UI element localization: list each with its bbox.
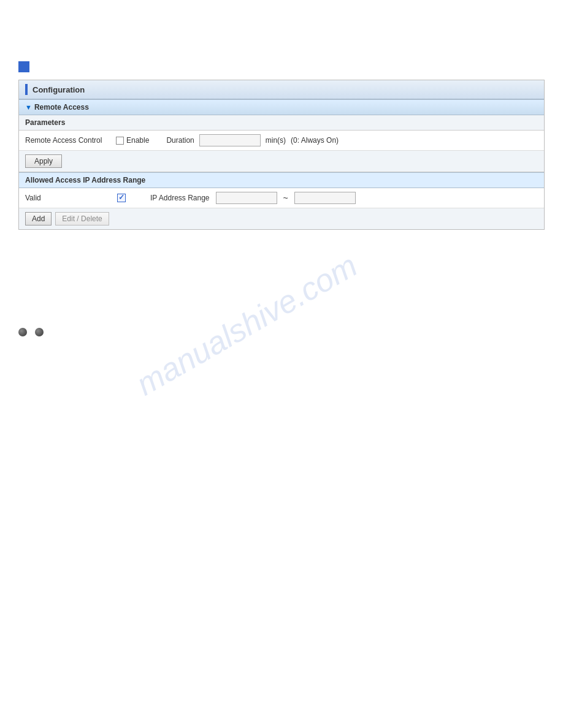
enable-label: Enable xyxy=(126,136,149,145)
enable-wrapper: Enable xyxy=(116,136,149,145)
remote-access-control-row: Remote Access Control Enable Duration mi… xyxy=(19,131,544,151)
valid-label: Valid xyxy=(25,194,111,202)
duration-label: Duration xyxy=(166,136,194,145)
duration-input[interactable] xyxy=(199,134,261,146)
bullet-icon-2 xyxy=(35,328,44,336)
bullet-icon-1 xyxy=(18,328,27,336)
valid-checkbox[interactable] xyxy=(117,194,126,202)
remote-access-section-header[interactable]: ▼ Remote Access xyxy=(19,99,544,115)
allowed-access-title: Allowed Access IP Address Range xyxy=(25,176,145,184)
remote-access-control-label: Remote Access Control xyxy=(25,136,111,145)
remote-access-section-title: Remote Access xyxy=(34,103,89,112)
allowed-access-header: Allowed Access IP Address Range xyxy=(19,172,544,188)
parameters-row: Parameters xyxy=(19,115,544,131)
ip-separator: ~ xyxy=(283,193,288,203)
ip-range-label: IP Address Range xyxy=(150,194,210,202)
always-on-label: (0: Always On) xyxy=(291,136,339,145)
apply-row: Apply xyxy=(19,151,544,172)
add-button[interactable]: Add xyxy=(25,212,52,226)
add-delete-row: Add Edit / Delete xyxy=(19,208,544,229)
config-header: Configuration xyxy=(19,80,544,99)
ip-range-row: Valid IP Address Range ~ xyxy=(19,188,544,208)
section-toggle-icon: ▼ xyxy=(25,104,32,111)
parameters-label: Parameters xyxy=(25,118,65,127)
apply-button[interactable]: Apply xyxy=(25,154,62,168)
config-header-bar xyxy=(25,84,28,95)
edit-delete-button[interactable]: Edit / Delete xyxy=(55,212,109,226)
config-panel: Configuration ▼ Remote Access Parameters… xyxy=(18,80,545,230)
watermark: manualshive.com xyxy=(130,247,363,403)
config-title: Configuration xyxy=(33,85,85,94)
enable-checkbox[interactable] xyxy=(116,137,124,145)
blue-square-icon xyxy=(18,61,29,72)
mins-label: min(s) xyxy=(266,136,286,145)
ip-from-input[interactable] xyxy=(216,192,277,204)
ip-to-input[interactable] xyxy=(294,192,356,204)
